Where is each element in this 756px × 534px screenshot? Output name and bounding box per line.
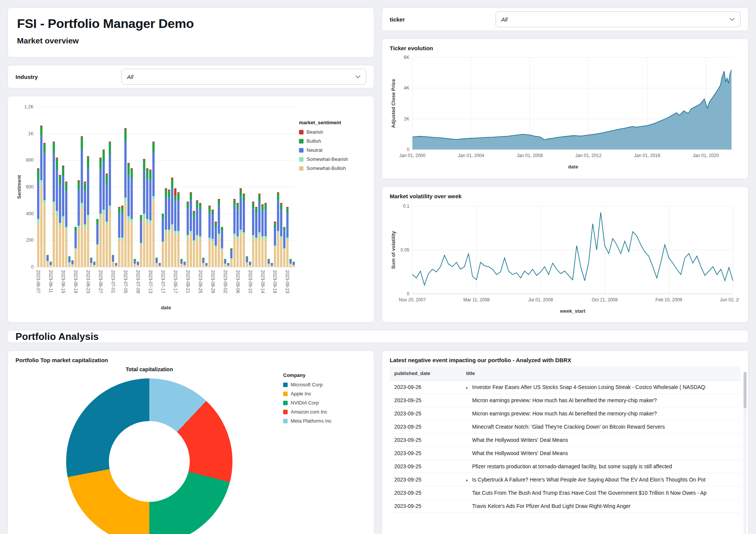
svg-text:Sentiment: Sentiment [16, 175, 22, 199]
published-date-cell: 2023-09-26 [390, 381, 462, 394]
svg-text:Mar 11, 2008: Mar 11, 2008 [463, 297, 490, 302]
sentiment-legend-items: BearishBullishNeutralSomewhat-BearishSom… [299, 129, 365, 171]
svg-text:600: 600 [26, 184, 34, 190]
legend-item[interactable]: Bullish [299, 138, 365, 144]
chevron-down-icon [355, 75, 361, 78]
legend-item[interactable]: Amazon.com Inc [283, 409, 366, 415]
expand-row-icon[interactable]: ▸ [466, 385, 472, 390]
news-title-text: What the Hollywood Writers' Deal Means [472, 450, 568, 456]
published-date-cell: 2023-09-25 [390, 473, 462, 486]
table-row[interactable]: 2023-09-25▸What the Hollywood Writers' D… [390, 434, 741, 447]
right-column: ticker All Ticker evolution Jan 01, 2000… [382, 8, 748, 323]
legend-label: NVIDIA Corp [291, 400, 319, 406]
svg-text:400: 400 [26, 211, 34, 216]
svg-text:1K: 1K [28, 131, 34, 136]
legend-item[interactable]: Neutral [299, 147, 365, 153]
svg-text:Sum of volatility: Sum of volatility [390, 231, 396, 269]
svg-text:date: date [568, 164, 578, 170]
legend-item[interactable]: Somewhat-Bearish [299, 156, 365, 162]
expand-row-icon[interactable]: ▸ [466, 478, 472, 483]
table-row[interactable]: 2023-09-25▸Micron earnings preview: How … [390, 394, 741, 407]
ticker-evolution-area-chart: Jan 01, 2000Jan 01, 2004Jan 01, 2008Jan … [390, 54, 739, 171]
table-scrollbar-thumb[interactable] [744, 372, 747, 408]
table-scrollbar[interactable] [744, 372, 747, 534]
page-subtitle: Market overview [17, 36, 365, 45]
title-cell: ▸Tax Cuts From The Bush And Trump Eras H… [462, 486, 741, 500]
ticker-dropdown[interactable]: All [496, 11, 741, 27]
news-table-title: Latest negative event impacting our port… [390, 357, 741, 363]
legend-item[interactable]: Apple Inc [283, 391, 366, 397]
legend-item[interactable]: Bearish [299, 129, 365, 135]
svg-text:2023-09-23: 2023-09-23 [285, 270, 290, 293]
portfolio-analysis-header: Portfolio Analysis [8, 330, 748, 343]
svg-text:Jul 01, 2008: Jul 01, 2008 [528, 297, 553, 302]
published-date-cell: 2023-09-25 [390, 407, 462, 420]
table-row[interactable]: 2023-09-25▸Pfizer restarts production at… [390, 460, 741, 473]
svg-text:Jan 01, 2000: Jan 01, 2000 [399, 153, 426, 158]
news-title-text: Travis Kelce's Ads For Pfizer And Bud Li… [472, 503, 631, 509]
legend-label: Somewhat-Bearish [307, 156, 348, 162]
legend-swatch-icon [283, 410, 288, 414]
svg-text:2023-09-06: 2023-09-06 [235, 270, 240, 293]
svg-text:4K: 4K [404, 85, 409, 91]
table-row[interactable]: 2023-09-26▸Investor Fear Eases After US … [390, 381, 741, 394]
news-title-text: Investor Fear Eases After US Stocks Snap… [472, 384, 706, 390]
table-row[interactable]: 2023-09-25▸Tax Cuts From The Bush And Tr… [390, 486, 741, 500]
svg-text:2023-06-27: 2023-06-27 [98, 270, 103, 293]
svg-text:Nov 20, 2007: Nov 20, 2007 [399, 297, 426, 302]
news-table-header-row: published_date title [390, 366, 741, 381]
table-row[interactable]: 2023-09-25▸Micron earnings preview: How … [390, 407, 741, 420]
legend-swatch-icon [283, 383, 288, 387]
header-card: FSI - Portfolio Manager Demo Market over… [8, 8, 374, 57]
legend-swatch-icon [283, 419, 288, 423]
table-row[interactable]: 2023-09-25▸What the Hollywood Writers' D… [390, 447, 741, 460]
industry-dropdown[interactable]: All [121, 69, 366, 85]
svg-text:0.1: 0.1 [403, 204, 409, 209]
svg-text:2023-07-13: 2023-07-13 [148, 270, 153, 293]
volatility-card: Market volatility over week Nov 20, 2007… [382, 187, 748, 323]
ticker-evolution-card: Ticker evolution Jan 01, 2000Jan 01, 200… [382, 39, 748, 179]
svg-text:200: 200 [26, 238, 34, 243]
industry-filter-card: Industry All [8, 65, 374, 88]
chevron-down-icon [730, 18, 735, 21]
bottom-right-column: Latest negative event impacting our port… [382, 350, 748, 534]
news-title-text: Tax Cuts From The Bush And Trump Eras Ha… [472, 490, 706, 496]
svg-text:2023-06-19: 2023-06-19 [73, 270, 78, 293]
left-column: FSI - Portfolio Manager Demo Market over… [8, 8, 374, 323]
top-section: FSI - Portfolio Manager Demo Market over… [8, 8, 748, 323]
svg-text:2023-09-18: 2023-09-18 [272, 270, 277, 293]
legend-swatch-icon [283, 392, 288, 396]
sentiment-legend-title: market_sentiment [299, 120, 365, 125]
title-cell: ▸Micron earnings preview: How much has A… [462, 407, 741, 420]
legend-item[interactable]: Microsoft Corp [283, 382, 366, 387]
svg-text:Jan 01, 2012: Jan 01, 2012 [575, 153, 602, 158]
news-title-text: Minecraft Creator Notch: 'Glad They're C… [472, 424, 665, 430]
title-cell: ▸Is Cybertruck A Failure? Here's What Pe… [462, 473, 741, 486]
volatility-line-chart: Nov 20, 2007Mar 11, 2008Jul 01, 2008Oct … [390, 202, 739, 315]
table-row[interactable]: 2023-09-25▸Is Cybertruck A Failure? Here… [390, 473, 741, 486]
title-cell: ▸Minecraft Creator Notch: 'Glad They're … [462, 420, 741, 434]
volatility-title: Market volatility over week [390, 193, 741, 199]
title-cell: ▸Investor Fear Eases After US Stocks Sna… [462, 381, 741, 394]
svg-text:week_start: week_start [559, 308, 586, 314]
svg-text:1.2K: 1.2K [24, 104, 34, 110]
industry-filter-label: Industry [15, 74, 121, 80]
svg-text:2023-09-14: 2023-09-14 [260, 270, 265, 293]
legend-item[interactable]: Meta Platforms Inc [283, 418, 366, 424]
news-title-text: Pfizer restarts production at tornado-da… [472, 463, 672, 469]
table-row[interactable]: 2023-09-25▸Minecraft Creator Notch: 'Gla… [390, 420, 741, 434]
svg-text:2023-07-05: 2023-07-05 [123, 270, 128, 293]
legend-swatch-icon [299, 148, 304, 153]
legend-label: Microsoft Corp [291, 382, 323, 387]
market-cap-donut-chart [66, 378, 232, 534]
ticker-filter-card: ticker All [382, 8, 748, 31]
market-cap-card: Portfolio Top market capitalization Tota… [8, 350, 374, 534]
title-cell: ▸Pfizer restarts production at tornado-d… [462, 460, 741, 473]
page-title: FSI - Portfolio Manager Demo [17, 16, 365, 31]
title-cell: ▸What the Hollywood Writers' Deal Means [462, 434, 741, 447]
legend-item[interactable]: Somewhat-Bullish [299, 165, 365, 171]
legend-label: Apple Inc [291, 391, 311, 397]
legend-item[interactable]: NVIDIA Corp [283, 400, 366, 406]
table-row[interactable]: 2023-09-25▸Travis Kelce's Ads For Pfizer… [390, 500, 741, 513]
svg-text:2023-07-01: 2023-07-01 [110, 270, 116, 293]
